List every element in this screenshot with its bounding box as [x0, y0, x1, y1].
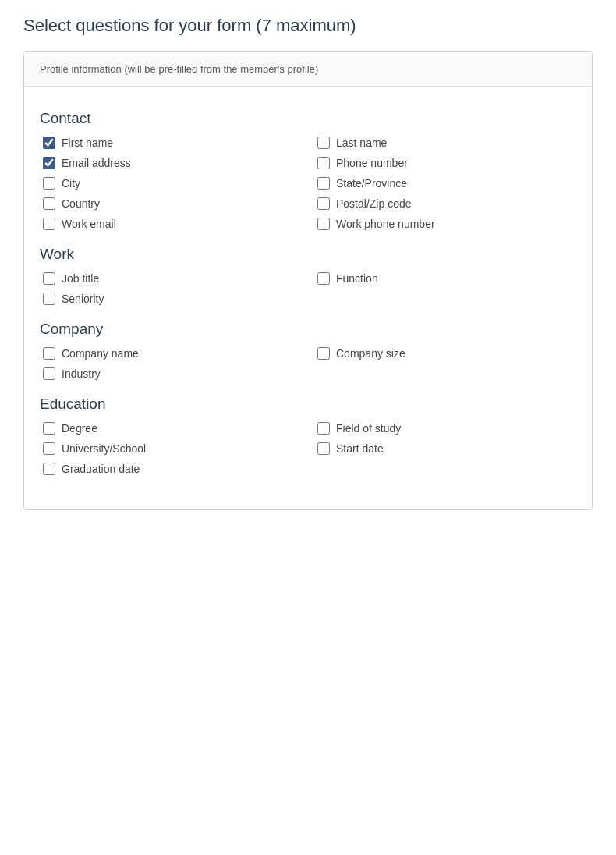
- checkbox-item-graduation-date[interactable]: Graduation date: [43, 463, 302, 475]
- checkbox-label-start-date: Start date: [336, 442, 384, 455]
- checkbox-item-start-date[interactable]: Start date: [317, 442, 576, 455]
- checkbox-item-first-name[interactable]: First name: [43, 137, 302, 149]
- checkbox-first-name[interactable]: [43, 137, 55, 149]
- checkbox-phone-number[interactable]: [317, 157, 330, 169]
- checkbox-company-size[interactable]: [317, 347, 330, 360]
- checkbox-item-function[interactable]: Function: [317, 272, 576, 285]
- checkbox-item-job-title[interactable]: Job title: [43, 272, 302, 285]
- checkbox-item-company-name[interactable]: Company name: [43, 347, 302, 360]
- checkbox-item-city[interactable]: City: [43, 177, 302, 190]
- checkbox-item-last-name[interactable]: Last name: [317, 137, 576, 149]
- checkbox-label-company-name: Company name: [62, 347, 139, 360]
- checkbox-label-email-address: Email address: [62, 157, 131, 169]
- checkbox-label-university-school: University/School: [62, 442, 146, 455]
- checkbox-city[interactable]: [43, 177, 55, 190]
- checkbox-label-city: City: [62, 177, 80, 190]
- checkbox-last-name[interactable]: [317, 137, 330, 149]
- banner-text: Profile information (will be pre-filled …: [40, 63, 318, 75]
- checkbox-item-phone-number[interactable]: Phone number: [317, 157, 576, 169]
- checkbox-label-job-title: Job title: [62, 272, 99, 285]
- checkbox-university-school[interactable]: [43, 442, 55, 455]
- checkbox-degree[interactable]: [43, 422, 55, 435]
- checkbox-item-field-of-study[interactable]: Field of study: [317, 422, 576, 435]
- checkbox-item-degree[interactable]: Degree: [43, 422, 302, 435]
- checkbox-label-country: Country: [62, 197, 100, 210]
- checkbox-label-function: Function: [336, 272, 378, 285]
- section-contact: ContactFirst nameLast nameEmail addressP…: [40, 110, 576, 230]
- section-title-education: Education: [40, 396, 576, 413]
- checkbox-item-industry[interactable]: Industry: [43, 367, 302, 380]
- checkbox-field-of-study[interactable]: [317, 422, 330, 435]
- checkbox-industry[interactable]: [43, 367, 55, 380]
- form-container: Profile information (will be pre-filled …: [23, 51, 593, 510]
- sections-wrapper: ContactFirst nameLast nameEmail addressP…: [24, 87, 592, 509]
- checkbox-label-state-province: State/Province: [336, 177, 407, 190]
- checkbox-item-company-size[interactable]: Company size: [317, 347, 576, 360]
- checkbox-label-work-phone-number: Work phone number: [336, 218, 435, 230]
- checkbox-country[interactable]: [43, 197, 55, 210]
- checkbox-item-seniority[interactable]: Seniority: [43, 293, 302, 305]
- checkbox-job-title[interactable]: [43, 272, 55, 285]
- checkbox-item-work-phone-number[interactable]: Work phone number: [317, 218, 576, 230]
- checkbox-email-address[interactable]: [43, 157, 55, 169]
- section-title-company: Company: [40, 321, 576, 338]
- checkbox-grid-company: Company nameCompany sizeIndustry: [40, 347, 576, 380]
- checkbox-item-state-province[interactable]: State/Province: [317, 177, 576, 190]
- checkbox-grid-contact: First nameLast nameEmail addressPhone nu…: [40, 137, 576, 230]
- checkbox-grid-education: DegreeField of studyUniversity/SchoolSta…: [40, 422, 576, 475]
- checkbox-grid-work: Job titleFunctionSeniority: [40, 272, 576, 305]
- checkbox-label-first-name: First name: [62, 137, 113, 149]
- checkbox-item-country[interactable]: Country: [43, 197, 302, 210]
- checkbox-label-postal-zip-code: Postal/Zip code: [336, 197, 412, 210]
- checkbox-item-work-email[interactable]: Work email: [43, 218, 302, 230]
- page-title: Select questions for your form (7 maximu…: [23, 16, 593, 36]
- checkbox-work-phone-number[interactable]: [317, 218, 330, 230]
- checkbox-label-last-name: Last name: [336, 137, 387, 149]
- checkbox-item-postal-zip-code[interactable]: Postal/Zip code: [317, 197, 576, 210]
- checkbox-postal-zip-code[interactable]: [317, 197, 330, 210]
- section-title-contact: Contact: [40, 110, 576, 127]
- checkbox-graduation-date[interactable]: [43, 463, 55, 475]
- checkbox-label-field-of-study: Field of study: [336, 422, 401, 435]
- profile-info-banner: Profile information (will be pre-filled …: [24, 52, 592, 87]
- checkbox-label-work-email: Work email: [62, 218, 116, 230]
- checkbox-item-email-address[interactable]: Email address: [43, 157, 302, 169]
- checkbox-label-seniority: Seniority: [62, 293, 104, 305]
- checkbox-label-phone-number: Phone number: [336, 157, 408, 169]
- checkbox-label-degree: Degree: [62, 422, 97, 435]
- checkbox-seniority[interactable]: [43, 293, 55, 305]
- checkbox-start-date[interactable]: [317, 442, 330, 455]
- section-company: CompanyCompany nameCompany sizeIndustry: [40, 321, 576, 380]
- section-education: EducationDegreeField of studyUniversity/…: [40, 396, 576, 475]
- checkbox-item-university-school[interactable]: University/School: [43, 442, 302, 455]
- checkbox-label-industry: Industry: [62, 367, 101, 380]
- section-title-work: Work: [40, 246, 576, 263]
- checkbox-label-company-size: Company size: [336, 347, 405, 360]
- checkbox-company-name[interactable]: [43, 347, 55, 360]
- checkbox-state-province[interactable]: [317, 177, 330, 190]
- checkbox-work-email[interactable]: [43, 218, 55, 230]
- checkbox-function[interactable]: [317, 272, 330, 285]
- section-work: WorkJob titleFunctionSeniority: [40, 246, 576, 305]
- checkbox-label-graduation-date: Graduation date: [62, 463, 140, 475]
